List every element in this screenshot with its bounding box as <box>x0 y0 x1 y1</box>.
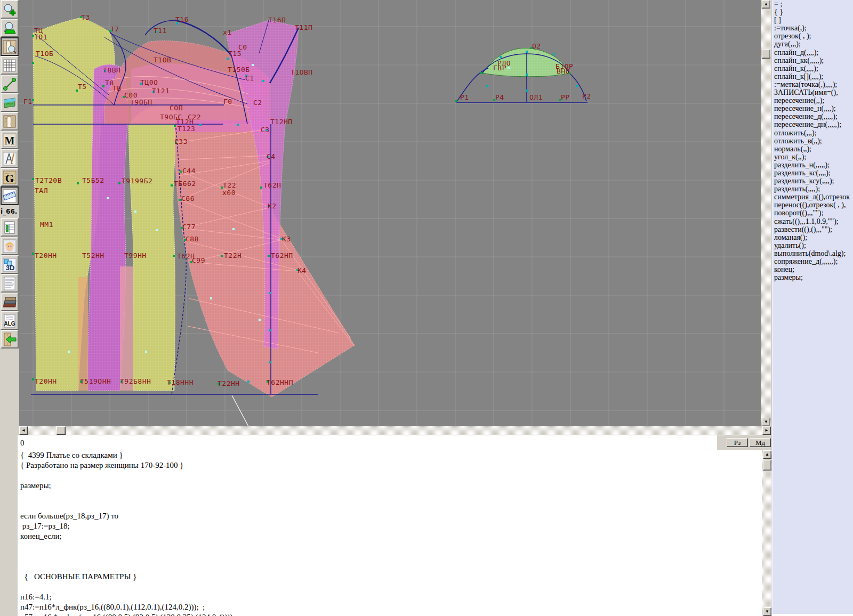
pattern-point-marker[interactable] <box>32 62 34 64</box>
pattern-point-marker[interactable] <box>140 83 142 85</box>
pattern-point-marker[interactable] <box>32 178 34 180</box>
pattern-point-marker[interactable] <box>269 329 271 331</box>
command-item[interactable]: нормаль(,,); <box>772 145 853 153</box>
text-doc-button[interactable] <box>1 274 19 293</box>
command-item[interactable]: разделить(,,,,); <box>772 185 853 193</box>
command-item[interactable]: отложить(,,,); <box>772 129 853 137</box>
pattern-point-marker[interactable] <box>526 74 528 76</box>
pattern-point-marker[interactable] <box>32 253 34 255</box>
command-item[interactable]: сплайн_д(,,,,); <box>772 48 853 56</box>
pattern-point-marker[interactable] <box>181 227 183 229</box>
command-item[interactable]: перенос((),отрезок( , ), <box>772 201 853 209</box>
command-item[interactable]: пересечение_дн(,,,,,); <box>772 120 853 128</box>
pattern-point-marker[interactable] <box>227 58 229 60</box>
command-item[interactable]: размеры; <box>772 273 853 281</box>
pattern-point-marker[interactable] <box>526 51 528 53</box>
alg-button[interactable]: ALG <box>1 311 19 330</box>
pattern-point-marker[interactable] <box>176 22 178 25</box>
drafting-button[interactable] <box>1 149 19 168</box>
command-item[interactable]: удалить(); <box>772 241 853 249</box>
pattern-point-marker[interactable] <box>184 239 186 241</box>
md-button[interactable]: Мд <box>750 438 771 447</box>
command-item[interactable]: развести((),(),,,""); <box>772 225 853 233</box>
command-item[interactable]: дуга(,,,); <box>772 40 853 48</box>
pattern-point-marker[interactable] <box>252 64 254 66</box>
pattern-point-marker[interactable] <box>269 292 271 294</box>
pattern-point-marker[interactable] <box>80 380 82 383</box>
view-pattern-button[interactable] <box>1 37 19 56</box>
model-photo-button[interactable] <box>1 237 19 255</box>
zoom-in-button[interactable] <box>1 0 19 19</box>
pattern-point-marker[interactable] <box>268 205 270 207</box>
pattern-point-marker[interactable] <box>232 228 235 230</box>
command-item[interactable]: пересечение(,,); <box>772 96 853 104</box>
pattern-point-marker[interactable] <box>32 378 34 380</box>
pattern-point-marker[interactable] <box>199 124 202 126</box>
pattern-point-marker[interactable] <box>175 142 177 144</box>
pattern-point-marker[interactable] <box>190 261 192 263</box>
vscroll-thumb[interactable] <box>762 49 770 59</box>
pattern-point-marker[interactable] <box>296 269 299 271</box>
command-item[interactable]: разделить_ксу(,,,,); <box>772 177 853 185</box>
pattern-point-marker[interactable] <box>152 91 155 93</box>
pattern-point-marker[interactable] <box>168 382 171 384</box>
m-button[interactable]: M <box>1 131 19 149</box>
scroll-up-button[interactable]: ▲ <box>763 450 771 459</box>
command-item[interactable]: выполнить(dmod\.alg); <box>772 249 853 257</box>
pattern-point-marker[interactable] <box>553 53 555 55</box>
pattern-point-marker[interactable] <box>267 380 269 383</box>
scroll-left-button[interactable]: ◄ <box>19 426 28 435</box>
command-item[interactable]: [ ] <box>772 16 853 24</box>
canvas-hscrollbar[interactable]: ◄ ► <box>19 426 771 435</box>
command-item[interactable]: сплайн_к(,,,,); <box>772 64 853 72</box>
pattern-point-marker[interactable] <box>221 255 223 257</box>
pattern-point-marker[interactable] <box>245 75 247 77</box>
library-button[interactable] <box>1 293 19 311</box>
command-item[interactable]: разделить_кс(,,,,); <box>772 169 853 177</box>
command-item[interactable]: = ; <box>772 0 853 8</box>
pattern-point-marker[interactable] <box>221 187 223 189</box>
command-item[interactable]: симметрия_л((),отрезок <box>772 193 853 201</box>
drawing-canvas[interactable]: Т3Т7Т16х1Т16ПТ11ПТЦТО1Т1ОБТ11С0Т15Т1ОВТ1… <box>19 0 761 426</box>
scroll-up-button[interactable]: ▲ <box>762 0 770 9</box>
back-button[interactable] <box>1 330 19 348</box>
segment-tool-button[interactable] <box>1 75 19 93</box>
hscroll-thumb[interactable] <box>57 426 66 435</box>
scroll-right-button[interactable]: ► <box>762 426 771 435</box>
pattern-point-marker[interactable] <box>134 210 136 213</box>
command-item[interactable]: пересечение_д(,,,,,); <box>772 112 853 120</box>
pattern-point-marker[interactable] <box>104 70 106 72</box>
zoom-area-button[interactable] <box>1 19 19 37</box>
pattern-point-marker[interactable] <box>210 297 212 299</box>
command-item[interactable]: сопряжение_д(,,,,,,); <box>772 257 853 265</box>
pattern-point-marker[interactable] <box>237 124 239 126</box>
pattern-point-marker[interactable] <box>260 187 262 189</box>
pattern-point-marker[interactable] <box>32 99 34 101</box>
pattern-point-marker[interactable] <box>559 99 561 101</box>
command-item[interactable]: конец; <box>772 265 853 273</box>
pattern-point-marker[interactable] <box>526 90 528 92</box>
pattern-point-marker[interactable] <box>107 197 109 199</box>
pattern-point-marker[interactable] <box>76 90 78 92</box>
command-item[interactable]: { } <box>772 8 853 16</box>
rz-button[interactable]: Рз <box>727 438 748 447</box>
view-3d-button[interactable]: 3D <box>1 255 19 274</box>
command-item[interactable]: угол_к(,,); <box>772 153 853 161</box>
command-item[interactable]: отложить_в(,,); <box>772 137 853 145</box>
pattern-point-marker[interactable] <box>218 383 220 385</box>
pattern-point-marker[interactable] <box>179 199 181 201</box>
pattern-point-marker[interactable] <box>174 125 176 127</box>
pattern-point-marker[interactable] <box>80 16 82 18</box>
pattern-point-marker[interactable] <box>568 72 570 74</box>
pattern-point-marker[interactable] <box>508 67 510 69</box>
command-item[interactable]: сплайн_к[](,,,,); <box>772 72 853 80</box>
pattern-point-marker[interactable] <box>576 85 578 87</box>
pattern-point-marker[interactable] <box>109 30 111 32</box>
pattern-point-marker[interactable] <box>267 156 269 158</box>
command-item[interactable]: разделить_н(,,,,,); <box>772 161 853 169</box>
command-item[interactable]: :=метка(точка(,),,,,); <box>772 80 853 88</box>
code-editor[interactable]: { 4399 Платье со складками }{ Разработан… <box>18 450 762 616</box>
command-item[interactable]: пересечение_н(,,,,); <box>772 104 853 112</box>
command-item[interactable]: ЗАПИСАТЬ(имя=(), <box>772 88 853 96</box>
pattern-card-button[interactable] <box>1 112 19 131</box>
